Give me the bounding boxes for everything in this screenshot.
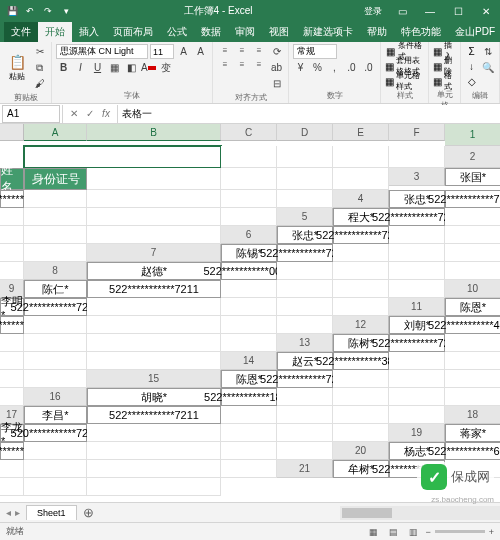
cell-C4[interactable] <box>0 208 24 226</box>
cell-E4[interactable] <box>87 208 221 226</box>
cell-C12[interactable] <box>0 334 24 352</box>
minimize-icon[interactable]: — <box>416 0 444 22</box>
cell-E7[interactable] <box>445 244 500 262</box>
align-center-icon[interactable]: ≡ <box>234 58 250 71</box>
cell-E11[interactable] <box>221 316 277 334</box>
cell-D18[interactable] <box>221 424 277 442</box>
cell-D15[interactable] <box>389 370 445 388</box>
shrink-font-icon[interactable]: A <box>193 44 208 59</box>
align-bottom-icon[interactable]: ≡ <box>251 44 267 57</box>
cell-C18[interactable] <box>87 424 221 442</box>
account-area[interactable]: 登录 <box>358 5 388 18</box>
cell-B13[interactable]: 522***********7212 <box>389 334 445 352</box>
cell-A16[interactable]: 胡晓* <box>87 388 221 406</box>
cell-A1[interactable]: 表格一 <box>24 146 221 168</box>
format-painter-icon[interactable]: 🖌 <box>32 76 47 91</box>
row-header-19[interactable]: 19 <box>389 424 445 442</box>
cell-B15[interactable]: 522***********7217 <box>277 370 333 388</box>
ribbon-options-icon[interactable]: ▭ <box>388 0 416 22</box>
font-name-select[interactable]: 思源黑体 CN Light <box>56 44 148 59</box>
enter-formula-icon[interactable]: ✓ <box>83 107 97 121</box>
zoom-in-icon[interactable]: + <box>489 527 494 537</box>
cell-C13[interactable] <box>445 334 500 352</box>
cell-F12[interactable] <box>221 334 277 352</box>
cell-D6[interactable] <box>445 226 500 244</box>
sheet-tab[interactable]: Sheet1 <box>26 505 77 520</box>
cell-E8[interactable] <box>389 262 445 280</box>
cell-F11[interactable] <box>277 316 333 334</box>
align-middle-icon[interactable]: ≡ <box>234 44 250 57</box>
col-header-A[interactable]: A <box>24 124 87 141</box>
cell-D4[interactable] <box>24 208 87 226</box>
redo-icon[interactable]: ↷ <box>42 5 54 17</box>
cell-D19[interactable] <box>87 442 221 460</box>
row-header-8[interactable]: 8 <box>24 262 87 280</box>
align-left-icon[interactable]: ≡ <box>217 58 233 71</box>
tab-new[interactable]: 新建选项卡 <box>296 22 360 42</box>
cell-E17[interactable] <box>333 406 389 424</box>
cell-B18[interactable]: 520***********7215 <box>24 424 87 442</box>
cell-F7[interactable] <box>0 262 24 280</box>
cell-A2[interactable]: 姓名 <box>0 168 24 190</box>
bold-button[interactable]: B <box>56 60 71 75</box>
font-color-icon[interactable]: A <box>141 60 156 75</box>
qat-dropdown-icon[interactable]: ▾ <box>60 5 72 17</box>
cell-F2[interactable] <box>333 168 389 190</box>
cell-E5[interactable] <box>24 226 87 244</box>
row-header-15[interactable]: 15 <box>87 370 221 388</box>
cell-E19[interactable] <box>221 442 277 460</box>
cell-E2[interactable] <box>277 168 333 190</box>
cell-D11[interactable] <box>87 316 221 334</box>
page-layout-view-icon[interactable]: ▤ <box>385 526 401 538</box>
cell-A11[interactable]: 陈恩* <box>445 298 500 316</box>
cell-C8[interactable] <box>277 262 333 280</box>
cell-D17[interactable] <box>277 406 333 424</box>
cell-B12[interactable]: 522***********4049 <box>445 316 500 334</box>
cell-F19[interactable] <box>277 442 333 460</box>
tab-home[interactable]: 开始 <box>38 22 72 42</box>
cell-C20[interactable] <box>0 460 24 478</box>
cut-icon[interactable]: ✂ <box>32 44 47 59</box>
cell-E1[interactable] <box>333 146 389 168</box>
col-header-C[interactable]: C <box>221 124 277 141</box>
spreadsheet-grid[interactable]: ABCDEF1表格一2姓名身份证号3张国*520***********72264… <box>0 124 500 502</box>
select-all-corner[interactable] <box>0 124 24 141</box>
horizontal-scrollbar[interactable] <box>340 506 500 520</box>
add-sheet-icon[interactable]: ⊕ <box>77 505 100 520</box>
italic-button[interactable]: I <box>73 60 88 75</box>
cell-B7[interactable]: 522***********7210 <box>277 244 333 262</box>
cell-D12[interactable] <box>24 334 87 352</box>
tab-insert[interactable]: 插入 <box>72 22 106 42</box>
tab-review[interactable]: 审阅 <box>228 22 262 42</box>
phonetic-icon[interactable]: 变 <box>158 60 173 75</box>
autosum-button[interactable]: Σ <box>465 44 478 58</box>
tab-pdf[interactable]: 金山PDF <box>448 22 500 42</box>
cell-F6[interactable] <box>24 244 87 262</box>
cell-E20[interactable] <box>87 460 221 478</box>
cell-F20[interactable] <box>221 460 277 478</box>
cell-F4[interactable] <box>221 208 277 226</box>
tab-help[interactable]: 帮助 <box>360 22 394 42</box>
cell-B6[interactable]: 522***********7213 <box>333 226 389 244</box>
tab-data[interactable]: 数据 <box>194 22 228 42</box>
row-header-18[interactable]: 18 <box>445 406 500 424</box>
cell-E21[interactable] <box>24 478 87 496</box>
row-header-7[interactable]: 7 <box>87 244 221 262</box>
cell-A9[interactable]: 陈仁* <box>24 280 87 298</box>
percent-icon[interactable]: % <box>310 60 325 75</box>
cell-D9[interactable] <box>277 280 333 298</box>
row-header-5[interactable]: 5 <box>277 208 333 226</box>
cell-B2[interactable]: 身份证号 <box>24 168 87 190</box>
tab-file[interactable]: 文件 <box>4 22 38 42</box>
page-break-view-icon[interactable]: ▥ <box>405 526 421 538</box>
cell-F5[interactable] <box>87 226 221 244</box>
format-cells-button[interactable]: ▦格式 <box>433 74 456 88</box>
row-header-14[interactable]: 14 <box>221 352 277 370</box>
cell-F21[interactable] <box>87 478 221 496</box>
cell-F16[interactable] <box>445 388 500 406</box>
col-header-E[interactable]: E <box>333 124 389 141</box>
grow-font-icon[interactable]: A <box>176 44 191 59</box>
row-header-1[interactable]: 1 <box>445 124 500 146</box>
cell-C19[interactable] <box>24 442 87 460</box>
cell-B3[interactable]: 520***********7226 <box>0 190 24 208</box>
